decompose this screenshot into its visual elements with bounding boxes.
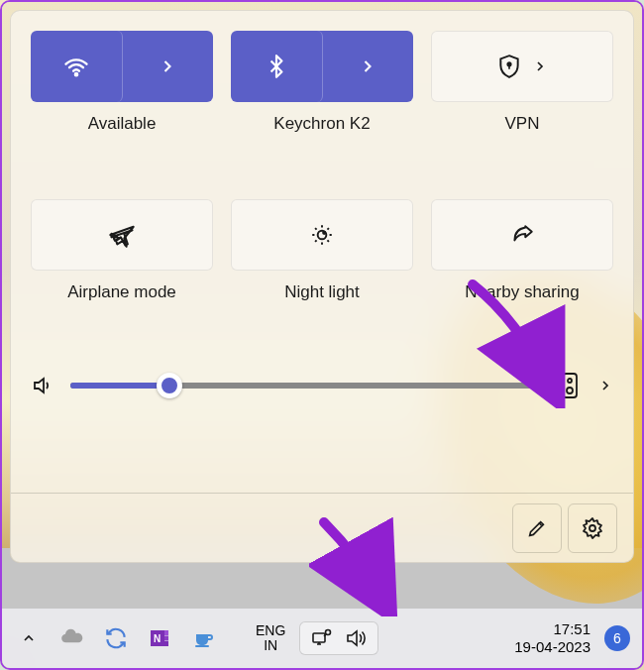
svg-text:N: N [154, 633, 161, 644]
chevron-right-icon [358, 56, 377, 76]
share-icon [509, 222, 535, 248]
brightness-icon [309, 222, 335, 248]
onenote-icon[interactable]: N [145, 623, 174, 653]
volume-row [31, 372, 613, 399]
volume-thumb[interactable] [157, 373, 182, 398]
vpn-label: VPN [505, 114, 540, 134]
svg-rect-9 [164, 630, 168, 635]
onedrive-icon[interactable] [57, 623, 87, 653]
system-tray-area[interactable] [299, 621, 378, 655]
nearby-sharing-label: Nearby sharing [465, 282, 579, 302]
quick-settings-panel: Available Keychron K2 [10, 10, 634, 563]
wifi-label: Available [88, 114, 157, 134]
svg-rect-13 [195, 645, 209, 647]
edit-button[interactable] [512, 503, 562, 553]
quick-tiles-grid: Available Keychron K2 [31, 31, 613, 302]
overflow-chevron[interactable] [14, 623, 44, 653]
bluetooth-expand[interactable] [323, 31, 414, 102]
volume-fill [70, 383, 169, 389]
quick-footer [11, 493, 633, 562]
night-light-label: Night light [284, 282, 360, 302]
svg-point-0 [75, 73, 77, 75]
chevron-right-icon [532, 58, 548, 74]
settings-button[interactable] [568, 503, 617, 553]
svg-point-6 [567, 388, 573, 393]
date-text: 19-04-2023 [514, 638, 590, 656]
time-text: 17:51 [553, 620, 590, 638]
sync-icon[interactable] [101, 623, 131, 653]
svg-point-7 [590, 525, 595, 531]
bluetooth-toggle[interactable] [231, 31, 323, 102]
clock[interactable]: 17:51 19-04-2023 [514, 620, 590, 656]
svg-point-1 [507, 62, 510, 65]
pencil-icon [526, 517, 548, 539]
svg-point-3 [323, 232, 325, 234]
wifi-icon [62, 53, 90, 80]
volume-icon[interactable] [31, 374, 54, 397]
app-cup-icon[interactable] [188, 623, 218, 653]
night-light-tile[interactable] [231, 199, 413, 271]
volume-slider[interactable] [70, 383, 542, 389]
airplane-icon [108, 221, 136, 249]
svg-rect-14 [313, 633, 325, 642]
airplane-mode-label: Airplane mode [67, 282, 176, 302]
wifi-expand[interactable] [123, 31, 214, 102]
wifi-toggle[interactable] [31, 31, 123, 102]
svg-rect-10 [164, 636, 168, 641]
svg-point-15 [326, 630, 331, 635]
wifi-tile[interactable] [31, 31, 213, 102]
svg-point-5 [568, 379, 572, 383]
sound-output-button[interactable] [558, 372, 582, 399]
chevron-right-icon[interactable] [597, 378, 613, 393]
airplane-mode-tile[interactable] [31, 199, 213, 271]
gear-icon [581, 516, 604, 540]
network-icon [310, 626, 334, 650]
taskbar: N ENG IN 17:51 19-04-2023 6 [2, 609, 642, 668]
svg-rect-11 [164, 641, 168, 646]
volume-tray-icon [344, 626, 368, 650]
nearby-sharing-tile[interactable] [431, 199, 613, 271]
chevron-right-icon [158, 56, 177, 76]
bluetooth-tile[interactable] [231, 31, 413, 102]
vpn-tile[interactable] [431, 31, 613, 102]
lang-top: ENG [256, 623, 285, 638]
bluetooth-label: Keychron K2 [273, 114, 370, 134]
shield-lock-icon [496, 54, 522, 79]
notification-badge[interactable]: 6 [604, 625, 630, 651]
lang-bottom: IN [264, 638, 277, 653]
language-indicator[interactable]: ENG IN [256, 623, 285, 654]
bluetooth-icon [264, 54, 289, 79]
